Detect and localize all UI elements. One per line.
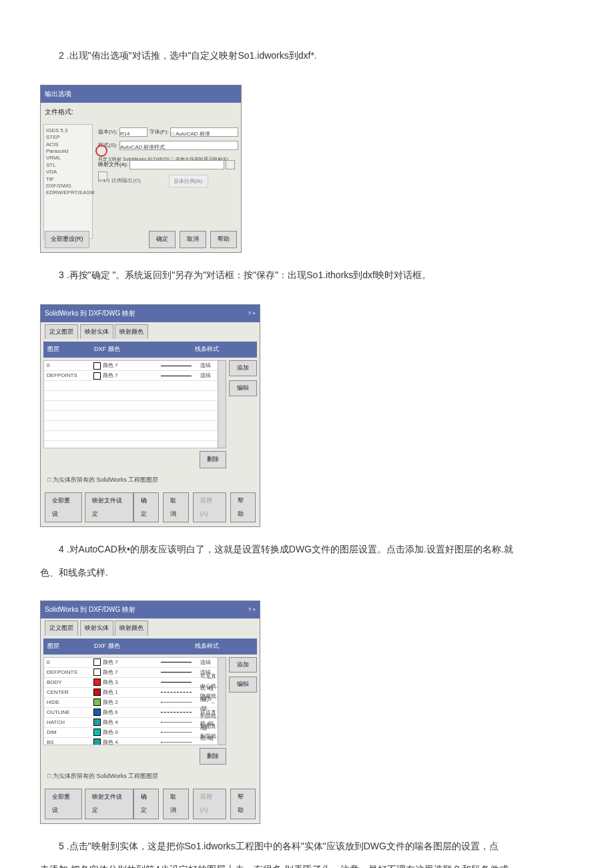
- table-scrollbar[interactable]: [218, 657, 226, 745]
- help-button[interactable]: 帮助: [230, 492, 256, 523]
- step-3-text: 3 .再按"确定 "。系统返回到"另存为"对话框：按"保存"：出现So1.ith…: [40, 265, 574, 286]
- version-select[interactable]: R14: [119, 127, 147, 137]
- format-list[interactable]: IGES 5.3 STEP ACIS Parasolid VRML STL VD…: [43, 124, 93, 239]
- line-preview: [156, 376, 196, 376]
- step-4-text-a: 4 .对AutoCAD秋•的朋友应该明白了，这就是设置转换成DWG文件的图层设置…: [40, 539, 574, 560]
- format-item[interactable]: EDRW/EPRT/EASM: [46, 189, 90, 196]
- table-row-empty: [44, 391, 218, 401]
- ok-button[interactable]: 确定: [149, 231, 176, 248]
- file-format-label: 文件格式:: [41, 103, 241, 121]
- ok-button[interactable]: 确定: [133, 789, 160, 819]
- line-preview: [156, 672, 196, 673]
- reset-all-button[interactable]: 全部重设: [45, 789, 82, 819]
- table-scrollbar[interactable]: [218, 360, 226, 448]
- line-preview: [156, 692, 196, 693]
- scale-checkbox[interactable]: □ 1:1 比例输出(O): [98, 175, 141, 187]
- map-file-settings-button[interactable]: 映射文件设定: [85, 492, 133, 523]
- mapping-dialog-initial: SolidWorks 到 DXF/DWG 映射 ? × 定义图层 映射实体 映射…: [40, 304, 260, 528]
- line-style-name: 连续: [196, 370, 218, 382]
- keep-layers-check[interactable]: □ 为实体所留有的 SolidWorks 工程图图层: [41, 767, 260, 786]
- step-5-text-b: 击添加,把各实体分别放到第4步设定好的图层上去。有很多,别弄昏了头。注意：最好不…: [40, 859, 574, 868]
- table-row[interactable]: BS颜色 4剖面线 /细: [44, 738, 218, 745]
- col-linestyle: 线条样式: [161, 640, 253, 653]
- delete-button[interactable]: 删除: [200, 748, 226, 765]
- layer-table[interactable]: 0颜色 7连续DEFPOINTS颜色 7连续BODY颜色 3可见直线 /粗CEN…: [43, 657, 218, 745]
- tab-define-layer[interactable]: 定义图层: [45, 324, 78, 340]
- layer-table[interactable]: 0颜色 7连续DEFPOINTS颜色 7连续: [43, 360, 218, 448]
- col-linestyle: 线条样式: [161, 343, 253, 356]
- step-5-text-a: 5 .点击"映射到实体，这是把你So1.idworks工程图中的各科"实体"应该…: [40, 836, 574, 857]
- cancel-button[interactable]: 取消: [180, 231, 206, 248]
- ok-button[interactable]: 确定: [133, 492, 160, 523]
- format-item[interactable]: IGES 5.3: [46, 127, 90, 134]
- tab-map-color[interactable]: 映射颜色: [115, 324, 148, 340]
- layer-name: DEFPOINTS: [44, 370, 93, 382]
- table-row[interactable]: DEFPOINTS颜色 7连续: [44, 371, 218, 381]
- map-file-label: 映射文件(A):: [98, 161, 128, 167]
- help-button[interactable]: 帮助: [210, 231, 237, 248]
- map-file-settings-button[interactable]: 映射文件设定: [85, 789, 133, 819]
- color-swatch: [93, 739, 101, 745]
- delete-button[interactable]: 删除: [200, 451, 226, 468]
- layer-color: 颜色 4: [93, 737, 156, 745]
- line-preview: [156, 702, 196, 703]
- table-row-empty: [44, 431, 218, 441]
- dialog-title: SolidWorks 到 DXF/DWG 映射: [45, 306, 135, 321]
- tab-map-entity[interactable]: 映射实体: [80, 324, 113, 340]
- table-row-empty: [44, 441, 218, 448]
- color-swatch: [93, 729, 101, 736]
- color-swatch: [93, 719, 101, 726]
- color-swatch: [93, 699, 101, 706]
- reset-all-button[interactable]: 全部重设(R): [45, 231, 89, 248]
- col-color: DXF 颜色: [94, 343, 161, 356]
- step-2-text: 2 .出现"侑出选项"对话推，选中"自定义映射So1.idworks到dxf*.: [40, 45, 574, 66]
- line-preview: [156, 712, 196, 713]
- color-swatch: [93, 669, 101, 676]
- map-file-field[interactable]: [129, 160, 224, 169]
- mapping-dialog-populated: SolidWorks 到 DXF/DWG 映射 ? × 定义图层 映射实体 映射…: [40, 600, 260, 824]
- format-item[interactable]: TIF: [46, 176, 90, 183]
- color-swatch: [93, 372, 101, 380]
- edit-button[interactable]: 编辑: [229, 677, 257, 693]
- dialog-title: SolidWorks 到 DXF/DWG 映射: [45, 602, 135, 617]
- col-layer: 图层: [47, 343, 94, 356]
- col-color: DXF 颜色: [94, 640, 161, 653]
- line-preview: [156, 742, 196, 743]
- format-item[interactable]: STEP: [46, 134, 90, 141]
- line-style-name: 剖面线 /细: [196, 731, 218, 745]
- apply-button[interactable]: 应用(A): [193, 492, 226, 523]
- edit-button[interactable]: 编辑: [229, 380, 257, 396]
- format-item[interactable]: VRML: [46, 155, 90, 161]
- format-item[interactable]: Parasolid: [46, 148, 90, 155]
- format-item[interactable]: ACIS: [46, 141, 90, 148]
- table-row-empty: [44, 421, 218, 431]
- tab-map-color[interactable]: 映射颜色: [115, 620, 148, 636]
- add-button[interactable]: 添加: [229, 360, 257, 376]
- tab-map-entity[interactable]: 映射实体: [80, 620, 113, 636]
- color-swatch: [93, 709, 101, 716]
- map-file-dropdown[interactable]: [226, 160, 235, 169]
- keep-layers-check[interactable]: □ 为实体所留有的 SolidWorks 工程图图层: [41, 471, 260, 490]
- table-row-empty: [44, 381, 218, 391]
- highlight-circle-icon: [95, 145, 107, 157]
- window-controls[interactable]: ? ×: [248, 604, 256, 616]
- format-item[interactable]: VDA: [46, 169, 90, 175]
- cancel-button[interactable]: 取消: [163, 492, 189, 523]
- col-layer: 图层: [47, 640, 94, 653]
- cancel-button[interactable]: 取消: [163, 789, 189, 819]
- line-preview: [156, 682, 196, 683]
- format-item[interactable]: STL: [46, 162, 90, 169]
- tab-define-layer[interactable]: 定义图层: [45, 620, 78, 636]
- style-select[interactable]: AutoCAD 标准样式: [119, 141, 238, 150]
- line-preview: [156, 722, 196, 723]
- help-button[interactable]: 帮助: [230, 789, 256, 819]
- reset-all-button[interactable]: 全部重设: [45, 492, 82, 523]
- font-select[interactable]: □ AutoCAD 标准: [170, 127, 238, 137]
- format-item[interactable]: DXF/DWG: [46, 183, 90, 189]
- table-row-empty: [44, 401, 218, 411]
- window-controls[interactable]: ? ×: [248, 308, 256, 320]
- line-preview: [156, 732, 196, 733]
- export-options-dialog: 输出选项 文件格式: IGES 5.3 STEP ACIS Parasolid …: [40, 85, 242, 253]
- add-button[interactable]: 添加: [229, 657, 257, 673]
- apply-button[interactable]: 应用(A): [193, 789, 226, 819]
